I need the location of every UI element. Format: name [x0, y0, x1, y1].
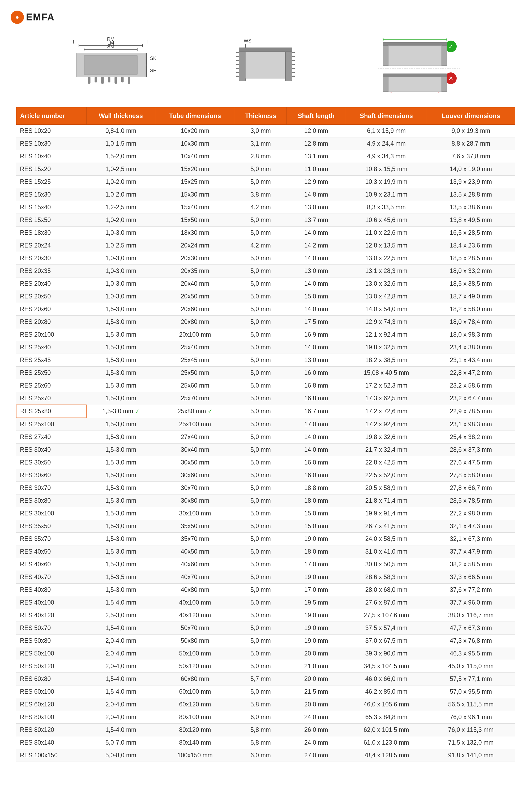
table-cell: 1,0-2,0 mm [86, 176, 155, 188]
table-cell: RES 40x120 [16, 609, 86, 622]
table-cell: 23,2 x 67,7 mm [427, 392, 515, 405]
table-cell: 2,0-4,0 mm [86, 711, 155, 724]
table-cell: 50x120 mm [155, 660, 235, 673]
table-cell: 78,4 x 128,5 mm [346, 749, 427, 762]
table-cell: 37,0 x 67,5 mm [346, 635, 427, 647]
table-cell: 46,0 x 66,0 mm [346, 673, 427, 685]
table-cell: 50x100 mm [155, 647, 235, 660]
table-cell: RES 25x45 [16, 354, 86, 367]
table-cell: 10x20 mm [155, 125, 235, 137]
table-cell: 13,5 x 28,8 mm [427, 188, 515, 201]
table-cell: 12,8 mm [287, 137, 346, 150]
table-cell: 20,5 x 58,9 mm [346, 482, 427, 494]
table-cell: 30x70 mm [155, 482, 235, 494]
logo-icon: ● [11, 11, 24, 24]
table-cell: 18x30 mm [155, 227, 235, 239]
table-row: RES 40x601,5-3,0 mm40x60 mm5,0 mm17,0 mm… [16, 558, 515, 571]
table-cell: RES 60x100 [16, 685, 86, 698]
table-cell: 19,8 x 32,5 mm [346, 341, 427, 354]
table-cell: 13,0 mm [287, 265, 346, 277]
svg-rect-60 [383, 74, 447, 77]
table-cell: 11,0 mm [287, 163, 346, 176]
table-cell: 20,0 mm [287, 647, 346, 660]
table-cell: 22,8 x 47,2 mm [427, 367, 515, 379]
table-cell: 18,4 x 23,6 mm [427, 239, 515, 252]
table-cell: 25x80 mm ✓ [155, 405, 235, 418]
table-cell: 5,0 mm [235, 533, 287, 546]
diagrams-section: RM LM SM [11, 27, 520, 102]
table-cell: 21,7 x 32,4 mm [346, 444, 427, 456]
table-cell: 5,0 mm [235, 431, 287, 444]
table-cell: 4,9 x 24,4 mm [346, 137, 427, 150]
table-cell: 17,2 x 72,6 mm [346, 405, 427, 418]
svg-rect-51 [383, 46, 388, 66]
table-cell: 5,0 mm [235, 227, 287, 239]
table-cell: 100x150 mm [155, 749, 235, 762]
table-cell: 15x30 mm [155, 188, 235, 201]
table-cell: 5,0 mm [235, 584, 287, 596]
table-cell: RES 60x80 [16, 673, 86, 685]
table-cell: 47,7 x 67,3 mm [427, 622, 515, 635]
table-cell: 5,0 mm [235, 316, 287, 329]
table-cell: 65,3 x 84,8 mm [346, 711, 427, 724]
table-cell: 12,9 x 74,3 mm [346, 316, 427, 329]
table-cell: 13,0 x 22,5 mm [346, 252, 427, 265]
table-cell: 5,0 mm [235, 660, 287, 673]
table-cell: 1,0-3,0 mm [86, 227, 155, 239]
table-cell: 24,0 mm [287, 736, 346, 749]
table-cell: 5,0 mm [235, 354, 287, 367]
table-cell: 5,0 mm [235, 647, 287, 660]
table-cell: RES 30x70 [16, 482, 86, 494]
table-cell: 37,5 x 57,4 mm [346, 622, 427, 635]
table-cell: 40x50 mm [155, 546, 235, 558]
table-cell: RES 50x120 [16, 660, 86, 673]
table-row: RES 60x1202,0-4,0 mm60x120 mm5,8 mm20,0 … [16, 698, 515, 711]
table-cell: RES 20x100 [16, 329, 86, 341]
table-cell: 23,4 x 38,0 mm [427, 341, 515, 354]
table-cell: 13,0 x 42,8 mm [346, 290, 427, 303]
table-row: RES 40x701,5-3,5 mm40x70 mm5,0 mm19,0 mm… [16, 571, 515, 584]
table-cell: 3,0 mm [235, 125, 287, 137]
table-row: RES 60x1001,5-4,0 mm60x100 mm5,0 mm21,5 … [16, 685, 515, 698]
table-cell: 1,5-3,0 mm [86, 520, 155, 533]
table-header-row: Article number Wall thickness Tube dimen… [16, 107, 515, 125]
table-cell: 60x80 mm [155, 673, 235, 685]
table-cell: 14,0 mm [287, 277, 346, 290]
table-cell: 1,0-3,0 mm [86, 277, 155, 290]
table-cell: 5,0 mm [235, 303, 287, 316]
table-cell: 15x25 mm [155, 176, 235, 188]
table-cell: 16,7 mm [287, 405, 346, 418]
table-cell: RES 10x40 [16, 150, 86, 163]
table-cell: 1,5-3,0 mm ✓ [86, 405, 155, 418]
table-cell: 18,0 x 33,2 mm [427, 265, 515, 277]
table-cell: 1,0-2,0 mm [86, 214, 155, 227]
table-cell: RES 15x50 [16, 214, 86, 227]
table-cell: 37,6 x 77,2 mm [427, 584, 515, 596]
table-cell: 1,5-4,0 mm [86, 673, 155, 685]
table-cell: RES 50x100 [16, 647, 86, 660]
table-cell: 0,8-1,0 mm [86, 125, 155, 137]
table-cell: 21,8 x 71,4 mm [346, 494, 427, 507]
table-cell: 27,8 x 58,0 mm [427, 469, 515, 482]
svg-rect-31 [236, 52, 239, 53]
table-cell: 13,0 mm [287, 354, 346, 367]
table-cell: 4,2 mm [235, 239, 287, 252]
table-cell: 19,0 mm [287, 609, 346, 622]
table-cell: 35x70 mm [155, 533, 235, 546]
table-cell: 13,1 mm [287, 150, 346, 163]
table-cell: 19,0 mm [287, 635, 346, 647]
table-cell: 56,5 x 115,5 mm [427, 698, 515, 711]
table-cell: 5,0 mm [235, 341, 287, 354]
table-cell: 1,5-3,0 mm [86, 507, 155, 520]
table-cell: RES 25x100 [16, 418, 86, 431]
table-cell: RES 10x30 [16, 137, 86, 150]
table-cell: 2,0-4,0 mm [86, 647, 155, 660]
table-cell: 20,0 mm [287, 673, 346, 685]
table-cell: RES 30x50 [16, 456, 86, 469]
table-cell: 10,3 x 19,9 mm [346, 176, 427, 188]
table-cell: 30x60 mm [155, 469, 235, 482]
svg-text:SK: SK [150, 56, 156, 61]
table-cell: 14,0 x 19,0 mm [427, 163, 515, 176]
col-shaft-dimensions: Shaft dimensions [346, 107, 427, 125]
table-cell: 15,0 mm [287, 290, 346, 303]
